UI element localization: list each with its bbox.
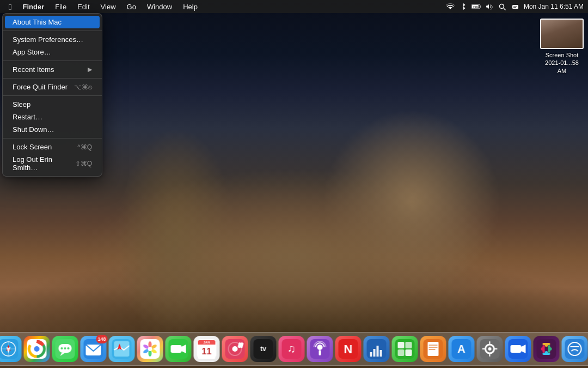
dock-mail[interactable]: 148 bbox=[81, 336, 107, 362]
menubar-edit[interactable]: Edit bbox=[73, 2, 94, 12]
svg-rect-1 bbox=[480, 5, 481, 8]
menubar-help[interactable]: Help bbox=[179, 2, 202, 12]
menubar:  Finder File Edit View Go Window Help bbox=[0, 0, 588, 13]
svg-text:A: A bbox=[457, 343, 465, 355]
svg-rect-78 bbox=[370, 352, 372, 357]
dock-istat[interactable] bbox=[364, 336, 390, 362]
svg-rect-112 bbox=[543, 353, 550, 355]
svg-rect-55 bbox=[171, 345, 182, 353]
svg-rect-82 bbox=[395, 339, 415, 359]
menu-recent-label: Recent Items bbox=[13, 65, 54, 74]
apple-menu-dropdown: About This Mac System Preferences… App S… bbox=[2, 13, 102, 177]
menu-separator-5 bbox=[3, 138, 102, 138]
dock-appletv[interactable]: tv bbox=[250, 336, 277, 362]
svg-rect-100 bbox=[494, 348, 498, 349]
dock-system-preferences[interactable] bbox=[477, 336, 503, 362]
screenshot-image bbox=[540, 19, 584, 49]
dock-maps[interactable] bbox=[109, 336, 135, 362]
menubar-datetime[interactable]: Mon Jan 11 6:51 AM bbox=[524, 3, 584, 10]
svg-rect-83 bbox=[398, 342, 405, 348]
svg-rect-86 bbox=[406, 349, 412, 356]
svg-point-39 bbox=[64, 347, 66, 349]
menubar-app-name[interactable]: Finder bbox=[18, 2, 48, 12]
svg-text:75%: 75% bbox=[473, 6, 479, 9]
volume-icon[interactable] bbox=[485, 2, 494, 11]
menu-recent-arrow: ▶ bbox=[88, 66, 92, 73]
bluetooth-icon[interactable] bbox=[458, 2, 468, 11]
menu-shut-down[interactable]: Shut Down… bbox=[5, 123, 100, 136]
menu-about-this-mac[interactable]: About This Mac bbox=[5, 16, 100, 28]
svg-point-34 bbox=[34, 346, 40, 352]
battery-icon[interactable]: 75% bbox=[471, 2, 481, 11]
menubar-right: 75% Mon Jan 11 6:51 AM bbox=[445, 2, 584, 11]
dock-whatsnew[interactable] bbox=[562, 336, 588, 362]
menu-lockscreen-label: Lock Screen bbox=[13, 143, 52, 151]
menubar-window[interactable]: Window bbox=[143, 2, 176, 12]
wifi-icon[interactable] bbox=[445, 2, 455, 11]
dock-pages[interactable] bbox=[420, 336, 446, 362]
dock-itunes[interactable] bbox=[222, 336, 248, 362]
svg-text:11: 11 bbox=[202, 347, 212, 356]
svg-rect-89 bbox=[429, 345, 438, 346]
notification-icon[interactable] bbox=[511, 2, 520, 11]
dock-chrome[interactable] bbox=[24, 336, 50, 362]
menu-restart[interactable]: Restart… bbox=[5, 111, 100, 123]
svg-rect-74 bbox=[319, 350, 321, 355]
svg-rect-102 bbox=[511, 345, 522, 353]
svg-rect-108 bbox=[548, 345, 550, 353]
menu-logout-shortcut: ⇧⌘Q bbox=[75, 160, 92, 167]
dock-calendar[interactable]: JAN 11 bbox=[194, 336, 220, 362]
menubar-view[interactable]: View bbox=[96, 2, 120, 12]
svg-point-4 bbox=[500, 4, 504, 8]
svg-point-38 bbox=[61, 347, 63, 349]
svg-rect-80 bbox=[377, 346, 379, 357]
dock-numbers[interactable] bbox=[392, 336, 418, 362]
svg-rect-110 bbox=[543, 343, 550, 345]
svg-rect-7 bbox=[513, 6, 517, 7]
screenshot-label: Screen Shot 2021-01...58 AM bbox=[540, 51, 584, 75]
dock-slack[interactable] bbox=[534, 336, 560, 362]
dock-music[interactable]: ♫ bbox=[279, 336, 305, 362]
svg-rect-84 bbox=[406, 342, 412, 348]
svg-text:JAN: JAN bbox=[203, 341, 210, 344]
dock-messages[interactable] bbox=[52, 336, 78, 362]
menu-forcequit-shortcut: ⌥⌘⎋ bbox=[74, 83, 92, 91]
dock-news[interactable]: N bbox=[335, 336, 362, 362]
menubar-left:  Finder File Edit View Go Window Help bbox=[4, 1, 202, 13]
menu-log-out[interactable]: Log Out Erin Smith… ⇧⌘Q bbox=[5, 153, 100, 174]
menu-app-store[interactable]: App Store… bbox=[5, 46, 100, 58]
svg-rect-97 bbox=[489, 341, 491, 345]
svg-text:N: N bbox=[344, 342, 353, 356]
menubar-go[interactable]: Go bbox=[122, 2, 140, 12]
dock-appstore[interactable]: A bbox=[449, 336, 475, 362]
svg-rect-85 bbox=[398, 349, 405, 356]
svg-rect-81 bbox=[380, 350, 382, 357]
svg-point-73 bbox=[317, 345, 323, 350]
menu-sleep[interactable]: Sleep bbox=[5, 98, 100, 111]
dock-photos[interactable] bbox=[137, 336, 163, 362]
menu-system-preferences[interactable]: System Preferences… bbox=[5, 33, 100, 46]
dock-podcasts[interactable] bbox=[307, 336, 333, 362]
menu-separator-1 bbox=[3, 31, 102, 31]
menubar-file[interactable]: File bbox=[51, 2, 71, 12]
menu-about-label: About This Mac bbox=[13, 18, 62, 26]
dock-zoom[interactable] bbox=[505, 336, 531, 362]
menu-recent-items[interactable]: Recent Items ▶ bbox=[5, 63, 100, 76]
menu-logout-label: Log Out Erin Smith… bbox=[13, 155, 75, 172]
menu-separator-2 bbox=[3, 61, 102, 61]
dock: 148 bbox=[0, 332, 588, 366]
menu-lock-screen[interactable]: Lock Screen ^⌘Q bbox=[5, 141, 100, 153]
menu-appstore-label: App Store… bbox=[13, 48, 51, 56]
apple-menu-button[interactable]:  bbox=[4, 1, 16, 13]
svg-line-5 bbox=[504, 8, 506, 10]
svg-point-96 bbox=[488, 347, 492, 351]
dock-safari[interactable] bbox=[0, 336, 22, 362]
menu-separator-3 bbox=[3, 78, 102, 79]
search-icon[interactable] bbox=[498, 2, 507, 11]
dock-facetime[interactable] bbox=[166, 336, 192, 362]
svg-point-65 bbox=[232, 346, 238, 352]
menu-force-quit[interactable]: Force Quit Finder ⌥⌘⎋ bbox=[5, 81, 100, 93]
screenshot-thumbnail[interactable]: Screen Shot 2021-01...58 AM bbox=[540, 19, 584, 75]
menu-shutdown-label: Shut Down… bbox=[13, 125, 54, 134]
svg-rect-90 bbox=[429, 347, 438, 348]
